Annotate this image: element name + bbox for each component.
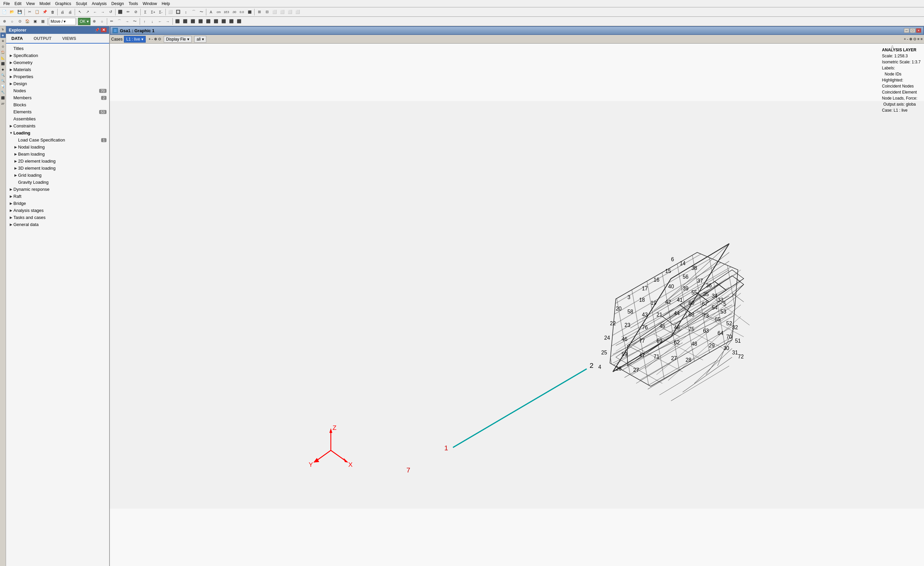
- tree-raft[interactable]: ▶ Raft: [6, 193, 109, 200]
- sum-button[interactable]: Σ: [142, 8, 149, 16]
- explorer-pin[interactable]: 📌: [95, 28, 99, 32]
- tree-load-case-spec[interactable]: Load Case Specification 1: [6, 137, 109, 143]
- tree-3d-element-loading[interactable]: ▶ 3D element loading: [6, 165, 109, 172]
- cut-button[interactable]: ✂: [26, 8, 33, 16]
- left-icon-5[interactable]: 🏠: [0, 50, 6, 55]
- print2-button[interactable]: 🖨: [66, 8, 74, 16]
- frame2-button[interactable]: ▦: [39, 18, 46, 25]
- elem7-button[interactable]: ⬛: [220, 18, 227, 25]
- save-button[interactable]: 💾: [16, 8, 24, 16]
- cases-dropdown[interactable]: L1 : live ▾: [124, 36, 146, 42]
- elem9-button[interactable]: ⬛: [236, 18, 243, 25]
- left-icon-10[interactable]: 🔍: [0, 78, 6, 83]
- elem5-button[interactable]: ⬛: [205, 18, 212, 25]
- paste-button[interactable]: 📌: [41, 8, 48, 16]
- tree-specification[interactable]: ▶ Specification: [6, 52, 109, 59]
- shrink-button[interactable]: ⬜: [294, 8, 302, 16]
- tree-elements[interactable]: Elements 53: [6, 108, 109, 115]
- tree-blocks[interactable]: Blocks: [6, 101, 109, 108]
- display-dropdown[interactable]: Display Fle ▾: [164, 36, 192, 42]
- left-icon-7[interactable]: ⬛: [0, 61, 6, 66]
- elem8-button[interactable]: ⬛: [228, 18, 235, 25]
- back-button[interactable]: ←: [92, 8, 99, 16]
- menu-tools[interactable]: Tools: [127, 1, 140, 7]
- tree-2d-element-loading[interactable]: ▶ 2D element loading: [6, 158, 109, 165]
- down-button[interactable]: ↓: [149, 18, 156, 25]
- arrow2-button[interactable]: ↕: [182, 8, 189, 16]
- explorer-close[interactable]: ✕: [101, 28, 106, 32]
- menu-help[interactable]: Help: [160, 1, 172, 7]
- frame-button[interactable]: ▣: [32, 18, 39, 25]
- left-icon-11[interactable]: 📊: [0, 84, 6, 89]
- cm-button[interactable]: cm: [215, 8, 222, 16]
- elem3-button[interactable]: ⬛: [189, 18, 196, 25]
- menu-sculpt[interactable]: Sculpt: [74, 1, 89, 7]
- wave2-button[interactable]: 〜: [131, 18, 139, 25]
- snap-button[interactable]: ⊙: [16, 18, 24, 25]
- elem4-button[interactable]: ⬛: [197, 18, 204, 25]
- sculpt-button[interactable]: ✏: [124, 8, 132, 16]
- tree-materials[interactable]: ▶ Materials: [6, 66, 109, 73]
- left-icon-1[interactable]: 🖱: [0, 27, 6, 32]
- tree-general-data[interactable]: ▶ General data: [6, 221, 109, 228]
- tree-nodes[interactable]: Nodes 70: [6, 87, 109, 94]
- circle-button[interactable]: ○: [99, 18, 106, 25]
- tree-bridge[interactable]: ▶ Bridge: [6, 200, 109, 207]
- tree-nodal-loading[interactable]: ▶ Nodal loading: [6, 143, 109, 151]
- grid-button[interactable]: ⊞: [255, 8, 263, 16]
- left-icon-2[interactable]: ◈: [0, 33, 6, 38]
- tree-beam-loading[interactable]: ▶ Beam loading: [6, 151, 109, 158]
- tab-data[interactable]: DATA: [6, 34, 28, 44]
- print-button[interactable]: 🖨: [58, 8, 66, 16]
- left-icon-6[interactable]: 📐: [0, 55, 6, 61]
- expand-button[interactable]: ⬜: [286, 8, 294, 16]
- left-icon-4[interactable]: ⊙: [0, 44, 6, 49]
- add-button[interactable]: ⊕: [1, 18, 8, 25]
- render2-button[interactable]: 🔲: [174, 8, 182, 16]
- all-dropdown[interactable]: all ▾: [194, 36, 206, 42]
- dec-button[interactable]: .00: [230, 8, 238, 16]
- eng-button[interactable]: 0.0: [238, 8, 246, 16]
- text-button[interactable]: A: [207, 8, 214, 16]
- sum2-button[interactable]: Σ+: [149, 8, 157, 16]
- tree-members[interactable]: Members 2: [6, 94, 109, 101]
- tree-assemblies[interactable]: Assemblies: [6, 115, 109, 122]
- menu-file[interactable]: File: [2, 1, 12, 7]
- move-dropdown[interactable]: Move / ▾: [49, 18, 76, 25]
- render-button[interactable]: ⬜: [167, 8, 174, 16]
- window-button[interactable]: ⬛: [117, 8, 124, 16]
- left-icon-8[interactable]: ◆: [0, 67, 6, 72]
- delete-button[interactable]: 🗑: [49, 8, 56, 16]
- 1e3-button[interactable]: 1E3: [223, 8, 230, 16]
- tree-gravity-loading[interactable]: Gravity Loading: [6, 179, 109, 186]
- tab-views[interactable]: VIEWS: [57, 34, 82, 43]
- elem2-button[interactable]: ⬛: [182, 18, 189, 25]
- target-button[interactable]: ⊕: [91, 18, 98, 25]
- canvas-area[interactable]: 1 2 7: [110, 44, 924, 566]
- rotate-button[interactable]: ↺: [107, 8, 114, 16]
- cursor-button[interactable]: ↖: [76, 8, 83, 16]
- tree-design[interactable]: ▶ Design: [6, 80, 109, 87]
- menu-design[interactable]: Design: [110, 1, 126, 7]
- tree-grid-loading[interactable]: ▶ Grid loading: [6, 172, 109, 179]
- menu-window[interactable]: Window: [141, 1, 159, 7]
- sculpt-mode[interactable]: ✏: [108, 18, 116, 25]
- left-icon-12[interactable]: 🔧: [0, 90, 6, 95]
- arc-button[interactable]: ⌒: [116, 18, 123, 25]
- menu-graphics[interactable]: Graphics: [53, 1, 74, 7]
- left-icon-3[interactable]: ⊕: [0, 38, 6, 44]
- arrow3-button[interactable]: →: [124, 18, 131, 25]
- grid2-button[interactable]: ⊟: [263, 8, 271, 16]
- home-button[interactable]: 🏠: [24, 18, 31, 25]
- menu-edit[interactable]: Edit: [12, 1, 24, 7]
- new-button[interactable]: 📄: [1, 8, 8, 16]
- tree-analysis-stages[interactable]: ▶ Analysis stages: [6, 207, 109, 214]
- tree-dynamic-response[interactable]: ▶ Dynamic response: [6, 186, 109, 193]
- left-icon-9[interactable]: 🔍: [0, 72, 6, 78]
- left-icon-27[interactable]: 27: [0, 101, 6, 106]
- tree-constraints[interactable]: ▶ Constraints: [6, 122, 109, 129]
- tree-loading[interactable]: ▼ Loading: [6, 129, 109, 137]
- left-icon-13[interactable]: ⬛: [0, 95, 6, 101]
- forward-button[interactable]: →: [99, 8, 106, 16]
- curve-button[interactable]: ⌒: [190, 8, 197, 16]
